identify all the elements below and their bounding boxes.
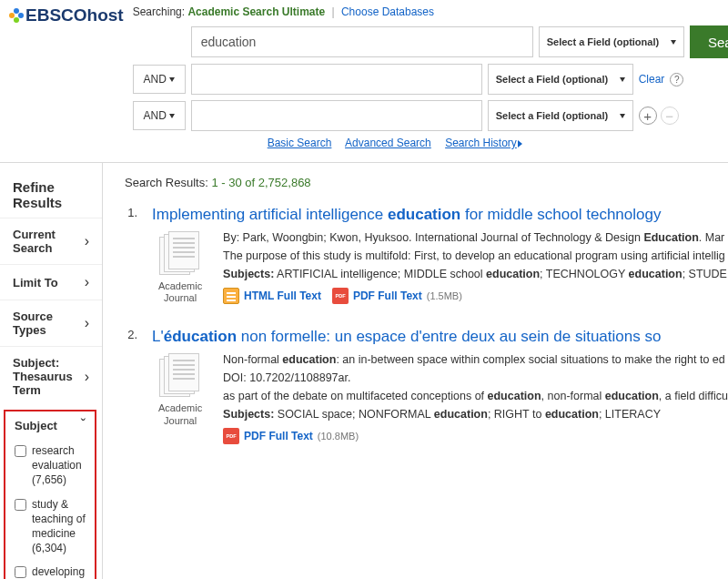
facet-label: Current Search bbox=[13, 228, 85, 255]
database-name: Academic Search Ultimate bbox=[187, 5, 325, 18]
subject-item[interactable]: research evaluation (7,656) bbox=[15, 439, 86, 493]
field-select-2[interactable]: Select a Field (optional) bbox=[488, 64, 633, 95]
result-title-link[interactable]: L'éducation non formelle: un espace d'en… bbox=[152, 328, 728, 346]
subject-checkbox[interactable] bbox=[15, 445, 26, 457]
chevron-right-icon bbox=[518, 140, 522, 147]
logo: EBSCOhost bbox=[9, 5, 124, 25]
chevron-right-icon bbox=[85, 369, 89, 385]
search-input-3[interactable] bbox=[191, 100, 482, 131]
boolean-select-3[interactable]: AND bbox=[133, 101, 186, 130]
logo-icon bbox=[9, 8, 24, 23]
boolean-select-2[interactable]: AND bbox=[133, 65, 186, 94]
facet-subject[interactable]: Subject bbox=[5, 411, 95, 439]
bool-label: AND bbox=[144, 73, 167, 86]
pdf-fulltext-link[interactable]: PDF Full Text (1.5MB) bbox=[332, 288, 462, 304]
pdf-icon bbox=[332, 288, 349, 304]
result-subjects: Subjects: SOCIAL space; NONFORMAL educat… bbox=[223, 408, 728, 421]
document-icon bbox=[159, 231, 201, 277]
facet-label: Source Types bbox=[13, 310, 85, 337]
result-number: 1. bbox=[125, 206, 137, 304]
bool-label: AND bbox=[144, 109, 167, 122]
facet-label: Subject: Thesaurus Term bbox=[13, 356, 85, 397]
caret-down-icon bbox=[169, 114, 175, 118]
result-abstract: The purpose of this study is multifold: … bbox=[223, 249, 728, 262]
help-icon[interactable]: ? bbox=[670, 73, 683, 86]
pdf-fulltext-link[interactable]: PDF Full Text (10.8MB) bbox=[223, 428, 359, 444]
choose-databases-link[interactable]: Choose Databases bbox=[341, 5, 434, 18]
search-header: Searching: Academic Search Ultimate | Ch… bbox=[133, 5, 728, 18]
source-type-label: Academic Journal bbox=[152, 402, 208, 426]
field-select-3[interactable]: Select a Field (optional) bbox=[488, 100, 633, 131]
searching-label: Searching: bbox=[133, 5, 185, 18]
result-subjects: Subjects: ARTIFICIAL intelligence; MIDDL… bbox=[223, 268, 728, 280]
caret-down-icon bbox=[620, 77, 625, 82]
search-history-link[interactable]: Search History bbox=[445, 137, 522, 149]
search-button[interactable]: Search bbox=[690, 25, 728, 58]
facet-label: Limit To bbox=[13, 276, 58, 290]
html-icon bbox=[223, 288, 239, 304]
facet-limit-to[interactable]: Limit To bbox=[0, 264, 102, 300]
facet-current-search[interactable]: Current Search bbox=[0, 218, 102, 264]
field-label: Select a Field (optional) bbox=[496, 74, 608, 85]
result-item: 2. L'éducation non formelle: un espace d… bbox=[125, 328, 728, 444]
caret-down-icon bbox=[671, 40, 676, 45]
source-type-col: Academic Journal bbox=[152, 231, 208, 304]
caret-down-icon bbox=[169, 77, 175, 82]
remove-row-button[interactable]: − bbox=[661, 107, 679, 125]
basic-search-link[interactable]: Basic Search bbox=[268, 137, 332, 149]
facet-subject-box: Subject research evaluation (7,656) stud… bbox=[4, 410, 96, 579]
search-links: Basic Search Advanced Search Search Hist… bbox=[268, 137, 728, 149]
chevron-right-icon bbox=[85, 274, 89, 290]
search-input-1[interactable] bbox=[191, 26, 533, 57]
subject-label: research evaluation (7,656) bbox=[32, 443, 86, 488]
chevron-down-icon bbox=[81, 417, 86, 433]
results-panel: Search Results: 1 - 30 of 2,752,868 1. I… bbox=[103, 163, 728, 579]
field-label: Select a Field (optional) bbox=[547, 36, 659, 47]
sidebar: Refine Results Current Search Limit To S… bbox=[0, 163, 103, 579]
caret-down-icon bbox=[620, 114, 625, 118]
result-title-link[interactable]: Implementing artificial intelligence edu… bbox=[152, 206, 728, 224]
results-count: Search Results: 1 - 30 of 2,752,868 bbox=[125, 176, 728, 189]
chevron-right-icon bbox=[85, 233, 89, 249]
facet-label: Subject bbox=[15, 419, 57, 432]
pdf-icon bbox=[223, 428, 239, 444]
facet-thesaurus[interactable]: Subject: Thesaurus Term bbox=[0, 346, 102, 406]
search-form: Select a Field (optional) Search AND Sel… bbox=[133, 25, 728, 131]
document-icon bbox=[159, 353, 201, 399]
html-fulltext-link[interactable]: HTML Full Text bbox=[223, 288, 321, 304]
facet-source-types[interactable]: Source Types bbox=[0, 300, 102, 346]
field-label: Select a Field (optional) bbox=[496, 110, 608, 121]
subject-item[interactable]: developing countries (4,744) bbox=[15, 560, 86, 579]
subject-label: developing countries (4,744) bbox=[32, 564, 86, 579]
add-row-button[interactable]: + bbox=[639, 107, 657, 125]
clear-link[interactable]: Clear bbox=[639, 73, 665, 86]
chevron-right-icon bbox=[85, 315, 89, 331]
result-abstract: as part of the debate on multifaceted co… bbox=[223, 390, 728, 402]
refine-heading: Refine Results bbox=[0, 172, 102, 218]
field-select-1[interactable]: Select a Field (optional) bbox=[539, 26, 684, 57]
subject-label: study & teaching of medicine (6,304) bbox=[32, 497, 86, 556]
search-input-2[interactable] bbox=[191, 64, 482, 95]
subject-list: research evaluation (7,656) study & teac… bbox=[5, 439, 95, 579]
source-type-label: Academic Journal bbox=[152, 280, 208, 304]
subject-checkbox[interactable] bbox=[15, 499, 26, 511]
result-authors: Non-formal education: an in-between spac… bbox=[223, 353, 728, 366]
result-item: 1. Implementing artificial intelligence … bbox=[125, 206, 728, 304]
subject-checkbox[interactable] bbox=[15, 566, 26, 578]
result-number: 2. bbox=[125, 328, 137, 444]
source-type-col: Academic Journal bbox=[152, 353, 208, 444]
result-doi: DOI: 10.7202/1108897ar. bbox=[223, 371, 728, 384]
result-authors: By: Park, Woongbin; Kwon, Hyuksoo. Inter… bbox=[223, 231, 728, 244]
logo-text: EBSCOhost bbox=[25, 5, 124, 25]
advanced-search-link[interactable]: Advanced Search bbox=[345, 137, 431, 149]
subject-item[interactable]: study & teaching of medicine (6,304) bbox=[15, 493, 86, 561]
